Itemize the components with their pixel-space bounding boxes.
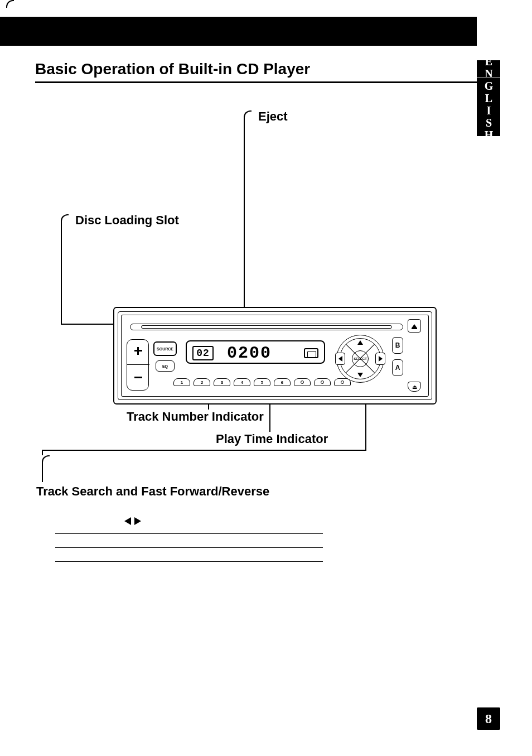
dpad-center-label: SELECT: [354, 357, 367, 360]
leader-slot-corner: [61, 214, 69, 222]
preset-2-label: 2: [201, 380, 203, 385]
volume-divider: [127, 364, 149, 365]
lcd-display: 02 0200: [186, 340, 325, 364]
instruction-body: [55, 516, 334, 562]
leader-dpad-horizontal: [43, 450, 366, 451]
preset-7-icon: [301, 381, 304, 384]
preset-button-7[interactable]: [294, 378, 311, 386]
language-tab-label: ENGLISH: [482, 55, 495, 141]
source-button[interactable]: SOURCE: [153, 341, 177, 356]
label-track-number: Track Number Indicator: [127, 410, 264, 424]
header-black-bar: [0, 17, 477, 46]
page-number: 8: [485, 711, 492, 726]
preset-4-label: 4: [241, 380, 243, 385]
track-number-value: 02: [196, 348, 210, 359]
instruction-rule-1: [55, 533, 323, 534]
page-number-badge: 8: [477, 707, 500, 730]
play-time-indicator: 0200: [227, 344, 272, 363]
volume-rocker[interactable]: [127, 339, 149, 391]
device-diagram: Eject Disc Loading Slot Track Number Ind…: [35, 89, 477, 480]
preset-button-8[interactable]: [314, 378, 331, 386]
instruction-rule-2: [55, 547, 323, 548]
preset-5-label: 5: [261, 380, 263, 385]
dpad-center-button[interactable]: SELECT: [352, 350, 369, 367]
volume-plus-icon-v: [137, 347, 139, 355]
preset-6-label: 6: [281, 380, 283, 385]
b-button[interactable]: B: [392, 337, 403, 354]
disc-loading-slot[interactable]: [130, 320, 403, 335]
label-eject: Eject: [258, 109, 288, 124]
eq-button-label: EQ: [162, 364, 168, 368]
preset-button-3[interactable]: 3: [214, 378, 230, 386]
eject-icon: [412, 324, 417, 328]
preset-1-label: 1: [181, 380, 183, 385]
page-heading: Basic Operation of Built-in CD Player: [35, 60, 477, 83]
disc-slot-inner: [141, 325, 392, 329]
a-button-label: A: [395, 364, 400, 372]
arrow-left-icon: [124, 517, 131, 525]
preset-button-1[interactable]: 1: [173, 378, 190, 386]
eject-button[interactable]: [408, 319, 421, 333]
heading-rule-extension: [477, 77, 500, 78]
source-button-label: SOURCE: [157, 347, 173, 351]
page-title: Basic Operation of Built-in CD Player: [35, 60, 477, 78]
preset-button-6[interactable]: 6: [274, 378, 291, 386]
leader-slot-vertical: [61, 222, 62, 324]
volume-minus-icon: [134, 377, 142, 378]
preset-3-label: 3: [221, 380, 223, 385]
eject-icon-bar: [412, 328, 417, 329]
dpad-up-icon: [357, 340, 363, 345]
instruction-section: Track Search and Fast Forward/Reverse: [36, 460, 477, 562]
leader-track-search-v: [42, 463, 43, 482]
arrow-right-icon: [134, 517, 141, 525]
lcd-mode-indicator: [304, 348, 318, 358]
dpad-right-button[interactable]: [375, 353, 385, 365]
instruction-arrow-icons: [124, 516, 334, 526]
a-button[interactable]: A: [392, 359, 403, 376]
leader-dpad-drop: [42, 450, 43, 455]
preset-button-4[interactable]: 4: [234, 378, 250, 386]
instruction-rule-3: [55, 561, 323, 562]
preset-8-icon: [321, 381, 324, 384]
dpad-left-button[interactable]: [335, 353, 345, 365]
dpad-down-icon: [357, 373, 363, 377]
preset-button-2[interactable]: 2: [194, 378, 210, 386]
label-disc-slot: Disc Loading Slot: [75, 213, 179, 228]
eq-button[interactable]: EQ: [156, 360, 175, 372]
b-button-label: B: [395, 341, 400, 349]
track-number-indicator: 02: [192, 346, 214, 360]
language-tab: ENGLISH: [477, 60, 500, 136]
select-dpad[interactable]: SELECT: [336, 335, 384, 383]
heading-rule-thick: [35, 81, 477, 83]
cd-player-device: ⏏ SOURCE EQ 02 0200: [113, 307, 437, 405]
preset-button-5[interactable]: 5: [254, 378, 270, 386]
label-track-search: Track Search and Fast Forward/Reverse: [36, 484, 477, 499]
play-time-value: 0200: [227, 344, 272, 363]
detach-faceplate-button[interactable]: ⏏: [408, 382, 421, 392]
detach-icon: ⏏: [412, 384, 417, 390]
leader-track-search-corner: [6, 0, 14, 8]
leader-eject-vertical: [244, 118, 245, 318]
label-play-time: Play Time Indicator: [216, 432, 328, 446]
leader-eject-corner: [244, 110, 252, 118]
